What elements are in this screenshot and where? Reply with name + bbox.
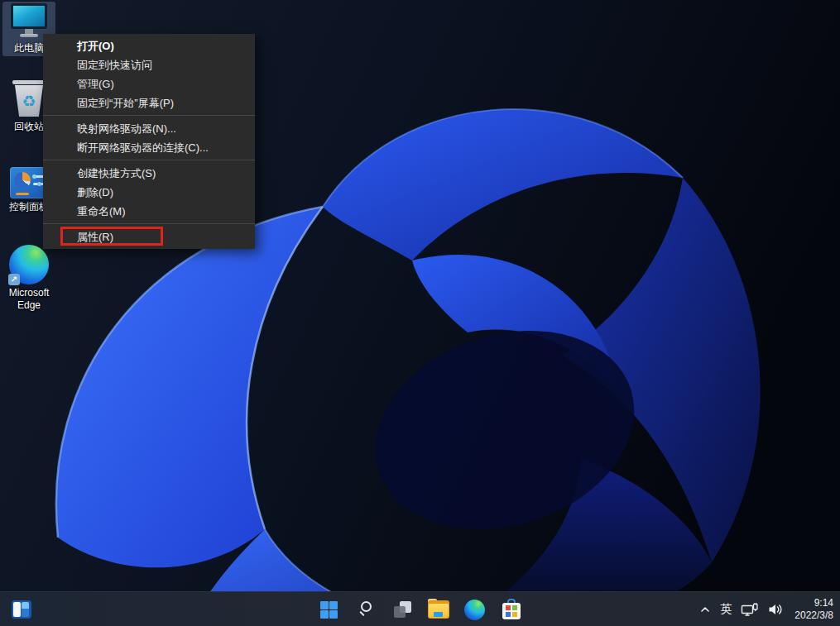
menu-item-disconnect-network-drive[interactable]: 断开网络驱动器的连接(C)... (43, 138, 255, 157)
desktop: 此电脑 ♻ 回收站 控制面板 ↗ Microsoft Edge 打开(O) 固定… (0, 0, 840, 626)
start-button[interactable] (314, 595, 344, 624)
shortcut-arrow-icon: ↗ (8, 274, 20, 285)
menu-item-map-network-drive[interactable]: 映射网络驱动器(N)... (43, 119, 255, 138)
context-menu: 打开(O) 固定到快速访问 管理(G) 固定到“开始”屏幕(P) 映射网络驱动器… (43, 34, 255, 249)
store-icon (502, 599, 521, 620)
menu-separator (43, 223, 255, 224)
folder-icon (428, 600, 449, 619)
file-explorer-button[interactable] (424, 595, 454, 624)
widgets-button[interactable] (7, 595, 36, 624)
volume-icon (768, 603, 784, 616)
tray-time: 9:14 (794, 597, 833, 609)
taskbar: 英 9:14 2022/3/8 (0, 591, 840, 626)
desktop-icon-microsoft-edge[interactable]: ↗ Microsoft Edge (2, 245, 55, 312)
task-view-icon (392, 600, 412, 619)
network-tray-button[interactable] (741, 603, 759, 617)
network-icon (741, 603, 759, 617)
clock[interactable]: 9:14 2022/3/8 (793, 597, 833, 622)
recycle-symbol-icon: ♻ (22, 93, 36, 109)
edge-label: Microsoft Edge (2, 287, 55, 312)
menu-item-pin-start[interactable]: 固定到“开始”屏幕(P) (43, 93, 255, 112)
menu-item-delete[interactable]: 删除(D) (43, 183, 255, 202)
ime-indicator[interactable]: 英 (720, 602, 732, 617)
recycle-bin-icon: ♻ (12, 80, 46, 118)
microsoft-store-button[interactable] (497, 595, 526, 624)
task-view-button[interactable] (387, 595, 417, 624)
chevron-up-icon (699, 604, 711, 615)
windows-logo-icon (320, 601, 338, 619)
menu-item-properties[interactable]: 属性(R) (43, 227, 255, 246)
menu-separator (43, 160, 255, 160)
menu-item-manage[interactable]: 管理(G) (43, 74, 255, 93)
search-icon (356, 600, 376, 619)
edge-icon: ↗ (9, 245, 49, 284)
tray-chevron-up-button[interactable] (699, 604, 711, 615)
search-button[interactable] (351, 595, 381, 624)
menu-separator (43, 115, 255, 116)
menu-item-open[interactable]: 打开(O) (43, 36, 255, 55)
tray-date: 2022/3/8 (794, 609, 833, 622)
edge-button[interactable] (460, 595, 490, 624)
widgets-icon (12, 600, 31, 619)
menu-item-pin-quick-access[interactable]: 固定到快速访问 (43, 55, 255, 74)
volume-tray-button[interactable] (768, 603, 784, 616)
edge-icon (464, 600, 485, 620)
menu-item-rename[interactable]: 重命名(M) (43, 202, 255, 221)
menu-item-create-shortcut[interactable]: 创建快捷方式(S) (43, 164, 255, 183)
